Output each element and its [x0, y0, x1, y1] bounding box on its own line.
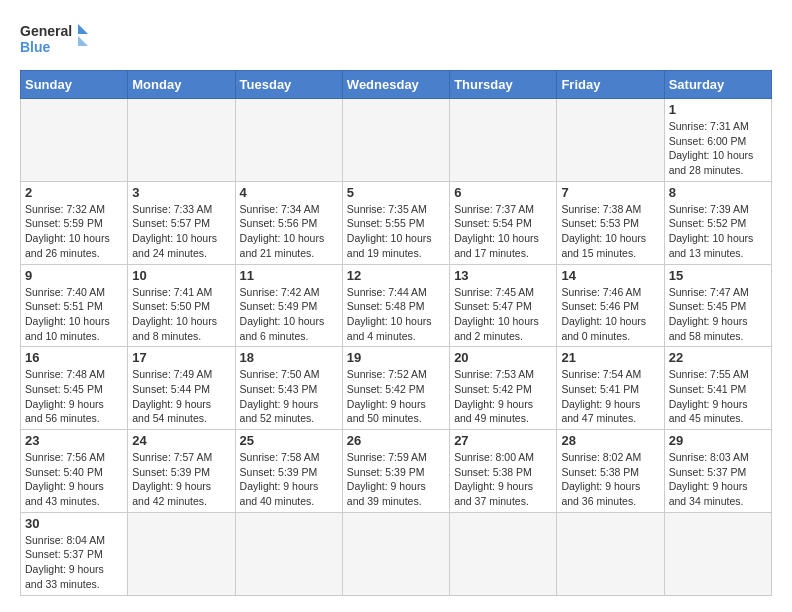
calendar-cell	[128, 99, 235, 182]
logo: General Blue	[20, 20, 90, 60]
day-info: Sunrise: 7:40 AM Sunset: 5:51 PM Dayligh…	[25, 285, 123, 344]
calendar-week-row: 16Sunrise: 7:48 AM Sunset: 5:45 PM Dayli…	[21, 347, 772, 430]
calendar-cell: 14Sunrise: 7:46 AM Sunset: 5:46 PM Dayli…	[557, 264, 664, 347]
logo-svg: General Blue	[20, 20, 90, 60]
day-info: Sunrise: 7:46 AM Sunset: 5:46 PM Dayligh…	[561, 285, 659, 344]
calendar-cell: 8Sunrise: 7:39 AM Sunset: 5:52 PM Daylig…	[664, 181, 771, 264]
day-header-monday: Monday	[128, 71, 235, 99]
day-info: Sunrise: 7:47 AM Sunset: 5:45 PM Dayligh…	[669, 285, 767, 344]
day-number: 7	[561, 185, 659, 200]
day-info: Sunrise: 7:57 AM Sunset: 5:39 PM Dayligh…	[132, 450, 230, 509]
day-number: 29	[669, 433, 767, 448]
day-info: Sunrise: 7:34 AM Sunset: 5:56 PM Dayligh…	[240, 202, 338, 261]
calendar-cell	[342, 512, 449, 595]
day-info: Sunrise: 7:53 AM Sunset: 5:42 PM Dayligh…	[454, 367, 552, 426]
day-number: 16	[25, 350, 123, 365]
calendar-cell: 25Sunrise: 7:58 AM Sunset: 5:39 PM Dayli…	[235, 430, 342, 513]
day-number: 27	[454, 433, 552, 448]
calendar-cell: 21Sunrise: 7:54 AM Sunset: 5:41 PM Dayli…	[557, 347, 664, 430]
day-header-saturday: Saturday	[664, 71, 771, 99]
day-number: 20	[454, 350, 552, 365]
day-number: 11	[240, 268, 338, 283]
day-number: 13	[454, 268, 552, 283]
day-info: Sunrise: 8:00 AM Sunset: 5:38 PM Dayligh…	[454, 450, 552, 509]
day-info: Sunrise: 7:49 AM Sunset: 5:44 PM Dayligh…	[132, 367, 230, 426]
calendar-cell: 13Sunrise: 7:45 AM Sunset: 5:47 PM Dayli…	[450, 264, 557, 347]
day-number: 19	[347, 350, 445, 365]
calendar-cell: 20Sunrise: 7:53 AM Sunset: 5:42 PM Dayli…	[450, 347, 557, 430]
calendar-cell	[664, 512, 771, 595]
calendar-cell: 19Sunrise: 7:52 AM Sunset: 5:42 PM Dayli…	[342, 347, 449, 430]
svg-text:Blue: Blue	[20, 39, 51, 55]
calendar-cell: 10Sunrise: 7:41 AM Sunset: 5:50 PM Dayli…	[128, 264, 235, 347]
day-number: 26	[347, 433, 445, 448]
day-number: 3	[132, 185, 230, 200]
day-number: 14	[561, 268, 659, 283]
calendar-cell: 22Sunrise: 7:55 AM Sunset: 5:41 PM Dayli…	[664, 347, 771, 430]
day-info: Sunrise: 7:50 AM Sunset: 5:43 PM Dayligh…	[240, 367, 338, 426]
day-header-tuesday: Tuesday	[235, 71, 342, 99]
day-number: 30	[25, 516, 123, 531]
calendar-cell: 27Sunrise: 8:00 AM Sunset: 5:38 PM Dayli…	[450, 430, 557, 513]
calendar-cell: 6Sunrise: 7:37 AM Sunset: 5:54 PM Daylig…	[450, 181, 557, 264]
calendar-cell: 15Sunrise: 7:47 AM Sunset: 5:45 PM Dayli…	[664, 264, 771, 347]
day-info: Sunrise: 7:37 AM Sunset: 5:54 PM Dayligh…	[454, 202, 552, 261]
svg-text:General: General	[20, 23, 72, 39]
calendar-cell: 12Sunrise: 7:44 AM Sunset: 5:48 PM Dayli…	[342, 264, 449, 347]
calendar-cell: 29Sunrise: 8:03 AM Sunset: 5:37 PM Dayli…	[664, 430, 771, 513]
calendar-cell	[557, 512, 664, 595]
day-header-friday: Friday	[557, 71, 664, 99]
calendar-week-row: 1Sunrise: 7:31 AM Sunset: 6:00 PM Daylig…	[21, 99, 772, 182]
day-info: Sunrise: 7:38 AM Sunset: 5:53 PM Dayligh…	[561, 202, 659, 261]
calendar-cell: 2Sunrise: 7:32 AM Sunset: 5:59 PM Daylig…	[21, 181, 128, 264]
day-info: Sunrise: 7:59 AM Sunset: 5:39 PM Dayligh…	[347, 450, 445, 509]
day-info: Sunrise: 7:35 AM Sunset: 5:55 PM Dayligh…	[347, 202, 445, 261]
day-info: Sunrise: 7:54 AM Sunset: 5:41 PM Dayligh…	[561, 367, 659, 426]
calendar-cell: 4Sunrise: 7:34 AM Sunset: 5:56 PM Daylig…	[235, 181, 342, 264]
calendar-cell: 17Sunrise: 7:49 AM Sunset: 5:44 PM Dayli…	[128, 347, 235, 430]
day-info: Sunrise: 7:52 AM Sunset: 5:42 PM Dayligh…	[347, 367, 445, 426]
calendar-cell	[21, 99, 128, 182]
day-number: 12	[347, 268, 445, 283]
day-number: 9	[25, 268, 123, 283]
calendar-cell: 5Sunrise: 7:35 AM Sunset: 5:55 PM Daylig…	[342, 181, 449, 264]
day-number: 2	[25, 185, 123, 200]
calendar-cell	[235, 512, 342, 595]
day-number: 28	[561, 433, 659, 448]
day-info: Sunrise: 7:55 AM Sunset: 5:41 PM Dayligh…	[669, 367, 767, 426]
day-info: Sunrise: 8:02 AM Sunset: 5:38 PM Dayligh…	[561, 450, 659, 509]
day-number: 24	[132, 433, 230, 448]
svg-marker-2	[78, 24, 88, 34]
calendar-cell: 26Sunrise: 7:59 AM Sunset: 5:39 PM Dayli…	[342, 430, 449, 513]
svg-marker-3	[78, 36, 88, 46]
day-number: 25	[240, 433, 338, 448]
day-number: 21	[561, 350, 659, 365]
day-info: Sunrise: 7:41 AM Sunset: 5:50 PM Dayligh…	[132, 285, 230, 344]
calendar-cell: 3Sunrise: 7:33 AM Sunset: 5:57 PM Daylig…	[128, 181, 235, 264]
day-info: Sunrise: 7:58 AM Sunset: 5:39 PM Dayligh…	[240, 450, 338, 509]
day-header-wednesday: Wednesday	[342, 71, 449, 99]
calendar-cell	[235, 99, 342, 182]
calendar-cell	[450, 512, 557, 595]
page-header: General Blue	[20, 20, 772, 60]
calendar-week-row: 2Sunrise: 7:32 AM Sunset: 5:59 PM Daylig…	[21, 181, 772, 264]
calendar-cell: 28Sunrise: 8:02 AM Sunset: 5:38 PM Dayli…	[557, 430, 664, 513]
day-number: 1	[669, 102, 767, 117]
day-number: 23	[25, 433, 123, 448]
calendar-cell: 1Sunrise: 7:31 AM Sunset: 6:00 PM Daylig…	[664, 99, 771, 182]
day-info: Sunrise: 7:32 AM Sunset: 5:59 PM Dayligh…	[25, 202, 123, 261]
calendar-cell: 11Sunrise: 7:42 AM Sunset: 5:49 PM Dayli…	[235, 264, 342, 347]
calendar-cell	[342, 99, 449, 182]
day-number: 10	[132, 268, 230, 283]
calendar-table: SundayMondayTuesdayWednesdayThursdayFrid…	[20, 70, 772, 596]
day-number: 15	[669, 268, 767, 283]
calendar-cell: 23Sunrise: 7:56 AM Sunset: 5:40 PM Dayli…	[21, 430, 128, 513]
calendar-header-row: SundayMondayTuesdayWednesdayThursdayFrid…	[21, 71, 772, 99]
day-info: Sunrise: 7:56 AM Sunset: 5:40 PM Dayligh…	[25, 450, 123, 509]
day-info: Sunrise: 8:04 AM Sunset: 5:37 PM Dayligh…	[25, 533, 123, 592]
day-number: 22	[669, 350, 767, 365]
day-info: Sunrise: 7:33 AM Sunset: 5:57 PM Dayligh…	[132, 202, 230, 261]
day-info: Sunrise: 7:31 AM Sunset: 6:00 PM Dayligh…	[669, 119, 767, 178]
day-info: Sunrise: 7:39 AM Sunset: 5:52 PM Dayligh…	[669, 202, 767, 261]
day-number: 6	[454, 185, 552, 200]
